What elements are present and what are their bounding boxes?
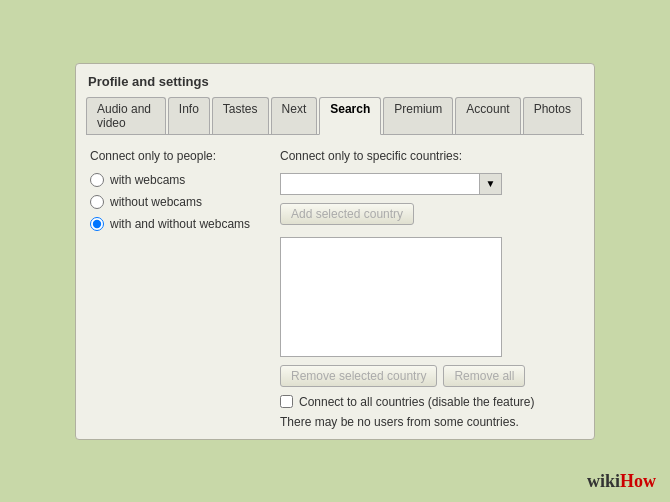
tab-tastes[interactable]: Tastes [212,97,269,134]
radio-with-and-without-input[interactable] [90,217,104,231]
all-countries-row: Connect to all countries (disable the fe… [280,395,580,409]
radio-with-and-without[interactable]: with and without webcams [90,217,260,231]
wikihow-watermark: wikiHow [587,471,656,492]
tab-bar: Audio and video Info Tastes Next Search … [86,97,584,135]
right-section: Connect only to specific countries: ▼ Ad… [280,149,580,429]
tab-search[interactable]: Search [319,97,381,135]
all-countries-checkbox[interactable] [280,395,293,408]
webcam-options: with webcams without webcams with and wi… [90,173,260,231]
tab-photos[interactable]: Photos [523,97,582,134]
tab-premium[interactable]: Premium [383,97,453,134]
add-country-button[interactable]: Add selected country [280,203,414,225]
tab-info[interactable]: Info [168,97,210,134]
tab-next[interactable]: Next [271,97,318,134]
bottom-buttons: Remove selected country Remove all [280,365,580,387]
country-select[interactable] [280,173,480,195]
note-text: There may be no users from some countrie… [280,415,580,429]
dropdown-arrow-icon[interactable]: ▼ [480,173,502,195]
remove-all-button[interactable]: Remove all [443,365,525,387]
selected-countries-list [280,237,502,357]
connect-countries-label: Connect only to specific countries: [280,149,580,163]
remove-country-button[interactable]: Remove selected country [280,365,437,387]
radio-without-webcams[interactable]: without webcams [90,195,260,209]
radio-with-webcams[interactable]: with webcams [90,173,260,187]
radio-with-webcams-input[interactable] [90,173,104,187]
settings-panel: Profile and settings Audio and video Inf… [75,63,595,440]
tab-content: Connect only to people: with webcams wit… [86,149,584,429]
all-countries-label: Connect to all countries (disable the fe… [299,395,534,409]
radio-without-webcams-input[interactable] [90,195,104,209]
connect-people-label: Connect only to people: [90,149,260,163]
left-section: Connect only to people: with webcams wit… [90,149,260,429]
panel-title: Profile and settings [86,74,584,89]
tab-audio-and-video[interactable]: Audio and video [86,97,166,134]
tab-account[interactable]: Account [455,97,520,134]
country-dropdown-row: ▼ [280,173,580,195]
